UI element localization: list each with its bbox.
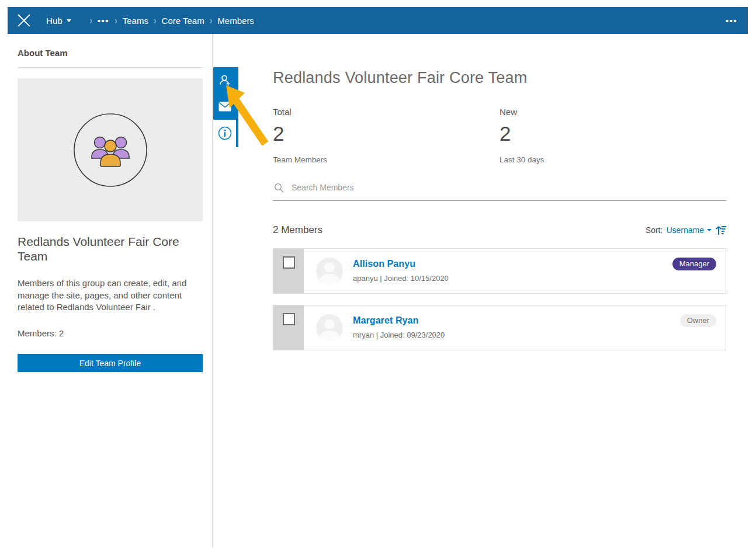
member-info: Margaret Ryan mryan | Joined: 09/23/2020 [353,305,680,350]
team-action-toolbar [213,67,238,147]
about-team-sidebar: About Team Redlands Volunteer Fair Core … [8,34,213,548]
person-add-icon [219,74,231,87]
team-description: Members of this group can create, edit, … [18,277,203,313]
badge-column: Owner [680,305,726,350]
breadcrumb: › ••• › Teams › Core Team › Members [84,16,254,26]
search-members-input[interactable] [290,182,725,193]
team-members-count: Members: 2 [18,328,203,338]
chevron-down-icon [67,19,71,22]
overflow-menu-icon[interactable]: ••• [726,16,737,26]
member-meta: mryan | Joined: 09/23/2020 [353,331,680,339]
edit-team-profile-button[interactable]: Edit Team Profile [18,354,203,372]
chevron-right-icon: › [115,15,117,26]
person-silhouette-icon [316,258,343,284]
members-panel: Redlands Volunteer Fair Core Team Total … [213,34,756,548]
person-silhouette-icon [316,314,343,341]
stat-label: New [500,107,726,117]
team-thumbnail [18,78,203,221]
stat-value: 2 [273,122,500,145]
checkbox-column [273,305,304,350]
page-title: Redlands Volunteer Fair Core Team [273,69,726,87]
stat-sublabel: Team Members [273,155,500,164]
role-badge: Owner [680,314,716,327]
member-name-link[interactable]: Margaret Ryan [353,315,680,326]
checkbox-column [273,249,304,293]
close-icon[interactable] [17,13,31,27]
hub-menu-label: Hub [46,16,63,26]
stat-label: Total [273,107,500,117]
add-member-button[interactable] [213,67,236,93]
member-checkbox[interactable] [283,313,295,325]
sort-field-value: Username [666,225,704,235]
member-name-link[interactable]: Allison Panyu [353,259,672,269]
member-row: Margaret Ryan mryan | Joined: 09/23/2020… [273,305,726,350]
info-icon [218,126,232,140]
breadcrumb-item-members[interactable]: Members [217,16,254,26]
body: About Team Redlands Volunteer Fair Core … [8,34,748,548]
sort-controls: Sort: Username [646,225,726,235]
team-info-button[interactable] [213,120,236,146]
role-badge: Manager [672,258,716,270]
sort-direction-button[interactable] [715,225,726,235]
stat-value: 2 [500,122,726,145]
member-stats: Total 2 Team Members New 2 Last 30 days [273,107,726,164]
email-members-button[interactable] [213,93,236,120]
sort-label: Sort: [646,225,663,235]
stat-new: New 2 Last 30 days [500,107,726,164]
search-members-bar [273,181,726,201]
group-people-icon [72,112,148,188]
hub-menu[interactable]: Hub [46,16,71,26]
envelope-icon [219,102,231,112]
chevron-down-icon [707,229,712,231]
avatar [316,258,343,284]
member-meta: apanyu | Joined: 10/15/2020 [353,274,672,283]
breadcrumb-item-teams[interactable]: Teams [123,16,148,26]
member-info: Allison Panyu apanyu | Joined: 10/15/202… [353,249,672,293]
chevron-right-icon: › [210,15,213,26]
sidebar-heading: About Team [18,48,203,68]
chevron-right-icon: › [89,15,92,26]
chevron-right-icon: › [154,15,157,26]
member-checkbox[interactable] [283,256,295,269]
member-row: Allison Panyu apanyu | Joined: 10/15/202… [273,248,726,294]
breadcrumb-item-core-team[interactable]: Core Team [162,16,204,26]
top-navbar: Hub › ••• › Teams › Core Team › Members … [8,7,748,34]
avatar [316,314,343,341]
breadcrumb-ellipsis[interactable]: ••• [98,16,109,26]
members-count: 2 Members [273,224,322,236]
member-list: Allison Panyu apanyu | Joined: 10/15/202… [273,248,726,350]
page: Hub › ••• › Teams › Core Team › Members … [0,0,756,548]
search-icon [274,183,284,193]
sort-field-dropdown[interactable]: Username [666,225,712,235]
sort-ascending-icon [715,225,726,235]
stat-total: Total 2 Team Members [273,107,500,164]
badge-column: Manager [672,249,726,293]
stat-sublabel: Last 30 days [500,155,726,164]
member-list-header: 2 Members Sort: Username [273,224,726,236]
team-title: Redlands Volunteer Fair Core Team [18,234,203,263]
